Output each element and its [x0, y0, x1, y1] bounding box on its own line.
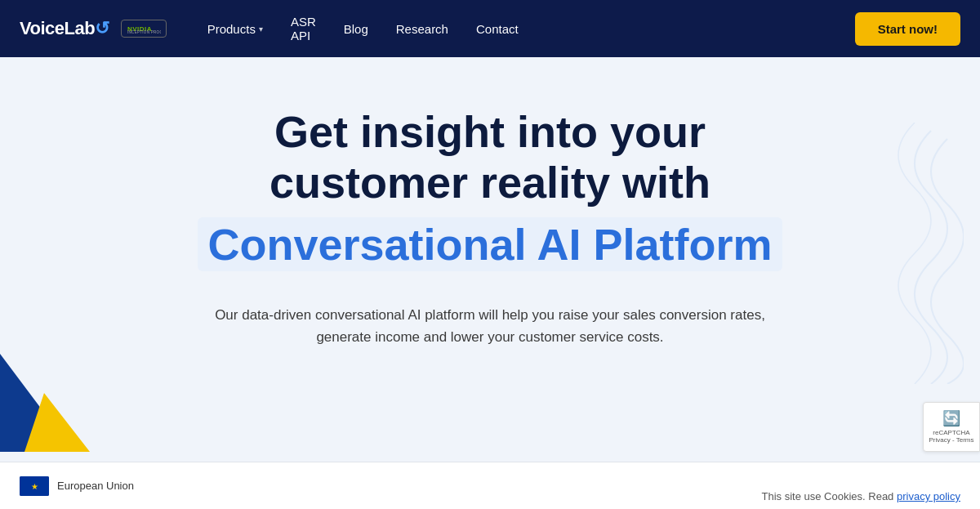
nav-links: Products ▾ ASR API Blog Research Contact	[196, 8, 530, 49]
nav-research[interactable]: Research	[385, 16, 460, 42]
start-now-button[interactable]: Start now!	[855, 12, 960, 46]
eu-label: European Union	[57, 480, 134, 492]
hero-section: Get insight into your customer reality w…	[0, 57, 980, 509]
eu-banner: ★ European Union This site use Cookies. …	[0, 462, 980, 509]
recaptcha-icon: 🔄	[929, 409, 974, 427]
logo-link[interactable]: VoiceLab↺ NVIDIA INCEPTION PROGRAM	[20, 18, 167, 39]
nvidia-logo-icon: NVIDIA INCEPTION PROGRAM	[127, 23, 161, 34]
recaptcha-badge: 🔄 reCAPTCHAPrivacy - Terms	[923, 402, 980, 452]
cookie-notice: This site use Cookies. Read privacy poli…	[761, 490, 960, 502]
nav-products[interactable]: Products ▾	[196, 16, 274, 42]
headline-line2: customer reality with	[270, 158, 710, 207]
navbar: VoiceLab↺ NVIDIA INCEPTION PROGRAM Produ…	[0, 0, 980, 57]
wavy-decoration-icon	[817, 123, 964, 384]
corner-decoration	[0, 337, 106, 452]
voicelab-logo: VoiceLab↺	[20, 18, 109, 39]
nav-contact[interactable]: Contact	[465, 16, 530, 42]
eu-flag-icon: ★	[20, 476, 49, 496]
headline-line1: Get insight into your	[274, 107, 706, 156]
chevron-down-icon: ▾	[259, 25, 263, 33]
nav-blog[interactable]: Blog	[332, 16, 380, 42]
svg-text:★: ★	[31, 482, 38, 491]
hero-headline: Get insight into your customer reality w…	[270, 106, 710, 208]
hero-subtext: Our data-driven conversational AI platfo…	[188, 304, 792, 348]
nav-asr-api[interactable]: ASR API	[279, 8, 327, 49]
hero-highlight-text: Conversational AI Platform	[198, 217, 782, 271]
hero-headline-highlight-container: Conversational AI Platform	[198, 217, 782, 271]
nvidia-badge: NVIDIA INCEPTION PROGRAM	[121, 20, 167, 38]
svg-text:INCEPTION PROGRAM: INCEPTION PROGRAM	[127, 30, 161, 34]
privacy-policy-link[interactable]: privacy policy	[897, 490, 960, 502]
